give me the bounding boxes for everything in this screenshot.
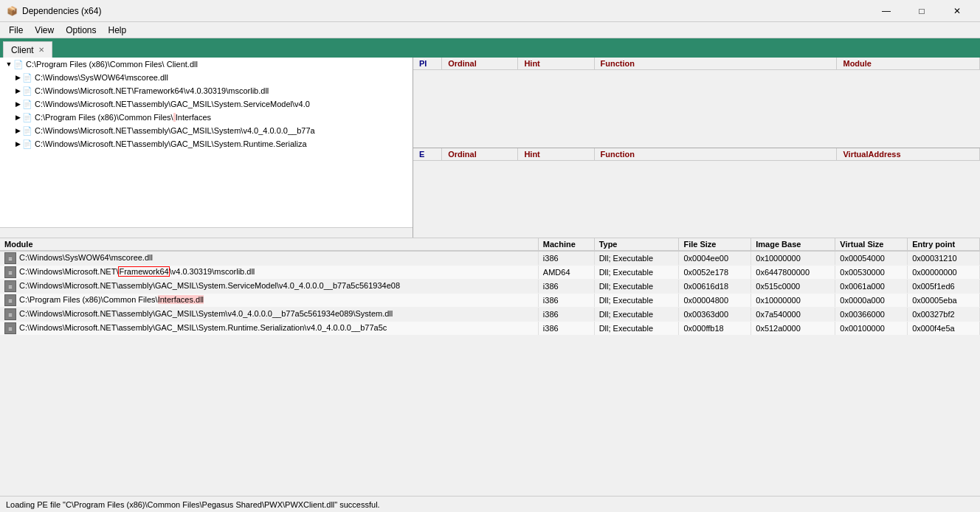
module-icon: ≡ [4,322,16,334]
module-path: C:\Windows\Microsoft.NET\assembly\GAC_MS… [19,281,400,290]
tree-content[interactable]: ▼ 📄 C:\Program Files (x86)\Common Files\… [0,58,413,227]
file-icon: 📄 [22,139,32,149]
filesize-cell: 0x00004800 [679,294,751,308]
tree-expand-arrow[interactable]: ▶ [13,74,22,81]
close-button[interactable]: ✕ [940,0,974,22]
col-imagebase-header: Image Base [751,238,835,251]
col-module-header: Module [0,238,538,251]
filesize-cell: 0x00616d18 [679,280,751,294]
menu-file[interactable]: File [3,24,29,37]
tree-expand-arrow[interactable]: ▶ [13,100,22,108]
col-function: Function [594,148,837,161]
tree-horizontal-scrollbar[interactable] [0,227,413,238]
entrypoint-cell: 0x00000000 [908,266,980,280]
main-content: ▼ 📄 C:\Program Files (x86)\Common Files\… [0,58,980,496]
tab-close-icon[interactable]: ✕ [38,46,44,54]
table-row[interactable]: ≡C:\Windows\SysWOW64\mscoree.dlli386Dll;… [0,251,980,266]
tree-item[interactable]: ▶ 📄 C:\Program Files (x86)\Common Files\… [0,111,413,124]
minimize-button[interactable]: — [869,0,903,22]
module-path: C:\Windows\Microsoft.NET\assembly\GAC_MS… [19,323,387,332]
tree-item[interactable]: ▼ 📄 C:\Program Files (x86)\Common Files\… [0,58,413,71]
machine-cell: i386 [538,280,594,294]
virtualsize-cell: 0x00530000 [835,266,908,280]
col-hint: Hint [518,58,594,70]
tree-expand-arrow[interactable]: ▼ [4,60,13,68]
table-row[interactable]: ≡C:\Program Files (x86)\Common Files\Int… [0,294,980,308]
tree-expand-arrow[interactable]: ▶ [13,114,22,121]
virtualsize-cell: 0x00366000 [835,308,908,322]
tree-item[interactable]: ▶ 📄 C:\Windows\Microsoft.NET\assembly\GA… [0,137,413,151]
col-e: E [413,148,442,161]
module-icon: ≡ [4,294,16,306]
menu-bar: File View Options Help [0,22,980,38]
upper-section: ▼ 📄 C:\Program Files (x86)\Common Files\… [0,58,980,238]
imagebase-cell: 0x10000000 [751,251,835,266]
export-table-scroll[interactable]: E Ordinal Hint Function VirtualAddress [413,148,980,238]
col-virtualsize-header: Virtual Size [835,238,908,251]
import-table-scroll[interactable]: PI Ordinal Hint Function Module [413,58,980,148]
module-path: C:\Windows\Microsoft.NET\Framework64\v4.… [19,266,255,277]
module-path: C:\Program Files (x86)\Common Files\Inte… [19,295,204,304]
module-path: C:\Windows\SysWOW64\mscoree.dll [19,253,153,262]
module-cell: ≡C:\Program Files (x86)\Common Files\Int… [0,294,538,308]
tab-client[interactable]: Client ✕ [3,41,52,58]
col-machine-header: Machine [538,238,594,251]
title-bar: 📦 Dependencies (x64) — □ ✕ [0,0,980,22]
machine-cell: i386 [538,322,594,336]
filesize-cell: 0x00363d00 [679,308,751,322]
tree-item[interactable]: ▶ 📄 C:\Windows\SysWOW64\mscoree.dll [0,71,413,84]
table-row[interactable]: ≡C:\Windows\Microsoft.NET\assembly\GAC_M… [0,322,980,336]
tree-label: C:\Program Files (x86)\Common Files\ Int… [35,113,211,122]
imagebase-cell: 0x515c0000 [751,280,835,294]
entrypoint-cell: 0x00031210 [908,251,980,266]
machine-cell: i386 [538,308,594,322]
col-ordinal: Ordinal [442,58,518,70]
entrypoint-cell: 0x005f1ed6 [908,280,980,294]
module-table-container[interactable]: Module Machine Type File Size Image Base… [0,238,980,496]
table-row[interactable]: ≡C:\Windows\Microsoft.NET\assembly\GAC_M… [0,280,980,294]
virtualsize-cell: 0x00054000 [835,251,908,266]
menu-help[interactable]: Help [103,24,133,37]
file-icon: 📄 [13,60,24,69]
col-type-header: Type [594,238,679,251]
type-cell: Dll; Executable [594,322,679,336]
module-icon: ≡ [4,280,16,292]
col-hint: Hint [518,148,594,161]
dependency-tree: ▼ 📄 C:\Program Files (x86)\Common Files\… [0,58,413,238]
import-table-container: PI Ordinal Hint Function Module [413,58,980,148]
tree-item[interactable]: ▶ 📄 C:\Windows\Microsoft.NET\assembly\GA… [0,97,413,111]
filesize-cell: 0x0052e178 [679,266,751,280]
file-icon: 📄 [22,73,32,83]
imagebase-cell: 0x10000000 [751,294,835,308]
tree-expand-arrow[interactable]: ▶ [13,127,22,134]
export-table: E Ordinal Hint Function VirtualAddress [413,148,980,161]
module-icon: ≡ [4,266,16,278]
menu-view[interactable]: View [29,24,60,37]
col-module: Module [837,58,980,70]
type-cell: Dll; Executable [594,294,679,308]
type-cell: Dll; Executable [594,280,679,294]
import-table: PI Ordinal Hint Function Module [413,58,980,70]
imagebase-cell: 0x6447800000 [751,266,835,280]
entrypoint-cell: 0x00005eba [908,294,980,308]
tree-label: C:\Windows\Microsoft.NET\assembly\GAC_MS… [35,100,310,108]
tree-expand-arrow[interactable]: ▶ [13,140,22,148]
maximize-button[interactable]: □ [905,0,939,22]
menu-options[interactable]: Options [60,24,102,37]
col-va: VirtualAddress [837,148,980,161]
col-function: Function [594,58,837,70]
app-icon: 📦 [6,5,18,17]
status-text: Loading PE file "C\Program Files (x86)\C… [6,500,380,509]
type-cell: Dll; Executable [594,308,679,322]
title-controls: — □ ✕ [869,0,974,22]
module-cell: ≡C:\Windows\Microsoft.NET\assembly\GAC_M… [0,280,538,294]
tree-item[interactable]: ▶ 📄 C:\Windows\Microsoft.NET\Framework64… [0,84,413,97]
tree-item[interactable]: ▶ 📄 C:\Windows\Microsoft.NET\assembly\GA… [0,124,413,137]
module-cell: ≡C:\Windows\Microsoft.NET\assembly\GAC_M… [0,322,538,336]
tab-label: Client [11,45,34,55]
table-row[interactable]: ≡C:\Windows\Microsoft.NET\Framework64\v4… [0,266,980,280]
module-icon: ≡ [4,308,16,320]
tree-expand-arrow[interactable]: ▶ [13,87,22,94]
table-row[interactable]: ≡C:\Windows\Microsoft.NET\assembly\GAC_M… [0,308,980,322]
machine-cell: AMD64 [538,266,594,280]
